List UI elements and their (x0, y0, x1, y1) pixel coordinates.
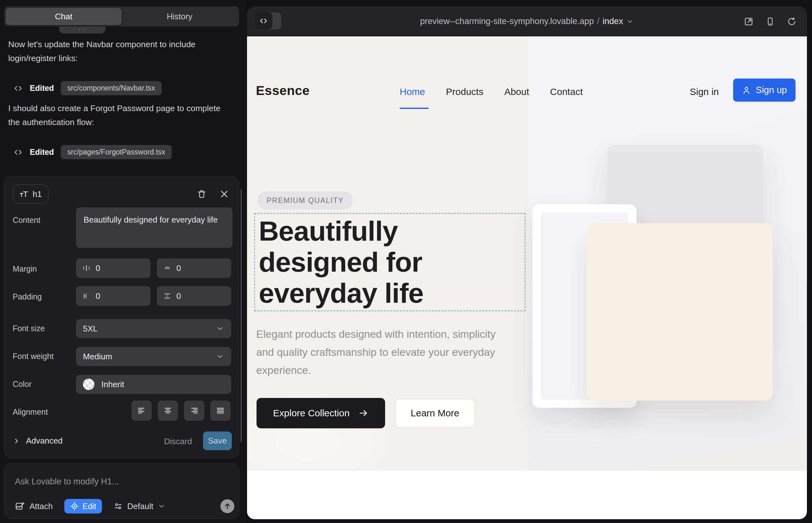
composer-input[interactable]: Ask Lovable to modify H1... (15, 477, 119, 487)
color-swatch (83, 379, 94, 390)
edited-file-chip[interactable]: src/components/Navbar.tsx (61, 81, 161, 95)
advanced-label: Advanced (26, 436, 63, 446)
section-below-hero (247, 471, 807, 519)
padding-horizontal-icon (82, 292, 91, 300)
chevron-right-icon (13, 437, 20, 445)
send-button[interactable] (220, 499, 234, 513)
chat-message: I should also create a Forgot Password p… (8, 101, 232, 129)
url-bar[interactable]: preview--charming-site-symphony.lovable.… (247, 6, 807, 36)
tab-history[interactable]: History (122, 8, 237, 25)
close-icon (219, 189, 229, 199)
chat-message: Now let's update the Navbar component to… (8, 37, 232, 65)
padding-vertical-icon (163, 292, 171, 300)
refresh-icon (787, 17, 796, 26)
hero-headline: Beautifully designed for everyday life (255, 214, 525, 309)
content-label: Content (13, 216, 40, 225)
padding-label: Padding (13, 292, 42, 301)
smartphone-icon (765, 17, 775, 26)
code-icon (13, 147, 23, 157)
chevron-down-icon (216, 325, 224, 333)
typography-icon (19, 189, 29, 199)
align-justify-icon (216, 406, 225, 415)
tab-chat[interactable]: Chat (6, 8, 122, 25)
padding-x-input[interactable]: 0 (76, 286, 151, 306)
mode-selector[interactable]: Default (113, 502, 165, 511)
headline-line: everyday life (255, 278, 525, 309)
preview-page: index (603, 16, 623, 26)
code-preview-toggle[interactable] (254, 12, 281, 30)
site-viewport: Essence Home Products About Contact Sign… (247, 36, 807, 519)
external-link-icon (744, 16, 754, 26)
collapsed-message-chip[interactable]: ·· (59, 26, 105, 34)
ellipsis-dots: ·· (78, 26, 86, 31)
trash-icon (197, 189, 207, 199)
arrow-right-icon (358, 408, 369, 418)
discard-button[interactable]: Discard (164, 437, 192, 446)
selected-h1-outline[interactable]: Beautifully designed for everyday life (254, 213, 525, 311)
code-icon (259, 16, 268, 25)
font-weight-select[interactable]: Medium (76, 347, 231, 366)
align-center-button[interactable] (158, 400, 178, 421)
save-button[interactable]: Save (203, 432, 232, 450)
headline-line: designed for (255, 247, 525, 278)
learn-more-button[interactable]: Learn More (395, 399, 475, 428)
align-justify-button[interactable] (210, 400, 231, 421)
alignment-buttons (131, 400, 231, 421)
refresh-button[interactable] (785, 15, 798, 28)
chat-history-tabs: Chat History (4, 6, 239, 26)
content-input[interactable]: Beautifully designed for everyday life (76, 208, 232, 248)
attach-label: Attach (30, 502, 53, 511)
align-right-icon (189, 406, 199, 415)
sign-up-button[interactable]: Sign up (733, 78, 796, 102)
attach-button[interactable]: Attach (15, 501, 53, 511)
advanced-toggle[interactable]: Advanced (13, 436, 63, 446)
close-editor-button[interactable] (217, 187, 231, 201)
alignment-label: Alignment (13, 408, 48, 417)
chevron-down-icon[interactable] (626, 18, 634, 25)
headline-line: Beautifully (255, 216, 525, 247)
align-center-icon (163, 406, 173, 415)
font-size-select[interactable]: 5XL (76, 319, 231, 338)
chevron-down-icon (158, 502, 165, 510)
padding-x-value: 0 (96, 291, 100, 301)
align-left-button[interactable] (131, 400, 152, 421)
margin-vertical-icon (163, 264, 171, 272)
mobile-view-button[interactable] (764, 15, 777, 28)
sign-in-link[interactable]: Sign in (690, 86, 719, 97)
margin-y-input[interactable]: 0 (157, 258, 231, 278)
nav-link-contact[interactable]: Contact (550, 86, 583, 97)
browser-actions (742, 6, 798, 36)
nav-link-about[interactable]: About (504, 86, 529, 97)
margin-x-input[interactable]: 0 (76, 258, 151, 278)
padding-y-input[interactable]: 0 (157, 286, 231, 306)
edit-label: Edit (83, 502, 96, 511)
nav-link-home[interactable]: Home (400, 86, 425, 97)
code-icon (13, 84, 23, 93)
code-toggle-segment[interactable] (254, 12, 272, 30)
delete-element-button[interactable] (195, 187, 209, 201)
margin-label: Margin (13, 264, 37, 273)
premium-quality-badge: PREMIUM QUALITY (258, 192, 353, 210)
open-external-button[interactable] (742, 15, 755, 28)
preview-browser: preview--charming-site-symphony.lovable.… (247, 6, 807, 519)
selected-element-chip[interactable]: h1 (13, 184, 49, 203)
explore-collection-button[interactable]: Explore Collection (257, 398, 385, 428)
edited-file-row: Edited src/pages/ForgotPassword.tsx (13, 145, 172, 159)
selected-element-tag: h1 (33, 189, 42, 199)
font-weight-value: Medium (83, 352, 112, 362)
arrow-up-icon (223, 502, 231, 510)
font-weight-label: Font weight (13, 352, 54, 361)
url-separator: / (597, 16, 600, 26)
edited-file-chip[interactable]: src/pages/ForgotPassword.tsx (61, 145, 171, 159)
element-editor-panel: h1 Content Beautifully designed for ever… (4, 176, 239, 458)
mode-label: Default (127, 502, 153, 511)
active-nav-underline (400, 108, 429, 109)
align-right-button[interactable] (184, 400, 204, 421)
composer-toolbar: Attach Edit Default (15, 499, 165, 513)
color-select[interactable]: Inherit (76, 375, 231, 394)
site-logo[interactable]: Essence (256, 83, 310, 98)
nav-link-products[interactable]: Products (446, 86, 483, 97)
panel-scrollbar[interactable] (241, 189, 242, 442)
edit-mode-button[interactable]: Edit (64, 499, 102, 513)
composer: Ask Lovable to modify H1... Attach Edit (4, 463, 239, 519)
